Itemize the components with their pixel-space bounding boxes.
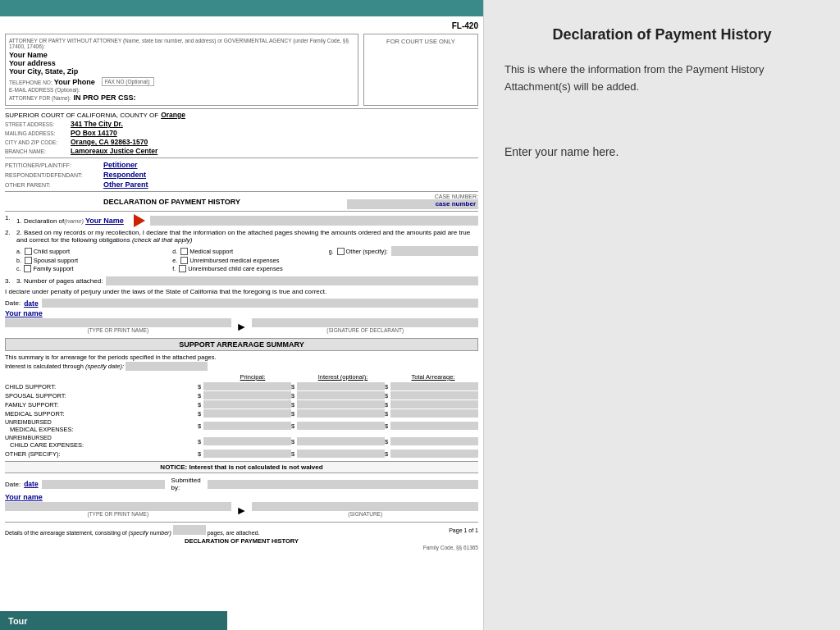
- form-number: FL-420: [452, 21, 478, 30]
- footer-family-code: Family Code, §§ 61365: [5, 545, 478, 550]
- child-total-cell: $: [385, 382, 478, 390]
- summary-row-spousal: SPOUSAL SUPPORT: $ $ $: [5, 391, 478, 399]
- submitted-label: Submitted by:: [171, 477, 201, 491]
- checkbox-d[interactable]: [180, 248, 188, 255]
- mailing-row: MAILING ADDRESS: PO Box 14170: [5, 129, 478, 137]
- unreimb-med-interest-field[interactable]: [297, 422, 385, 430]
- red-arrow-icon: [134, 214, 145, 227]
- medical-principal-field[interactable]: [203, 409, 291, 418]
- checkbox-e[interactable]: [180, 257, 188, 264]
- summary-date-field[interactable]: [42, 480, 165, 489]
- parties-section: PETITIONER/PLAINTIFF: Petitioner RESPOND…: [5, 161, 478, 189]
- date-field[interactable]: [42, 299, 478, 308]
- summary-row-child: CHILD SUPPORT: $ $ $: [5, 382, 478, 390]
- unreimb-cc-total-field[interactable]: [390, 437, 478, 445]
- footer-form-name: DECLARATION OF PAYMENT HISTORY: [5, 537, 478, 545]
- attorney-for-row: ATTORNEY FOR (Name): IN PRO PER CSS:: [9, 94, 354, 102]
- family-principal-field[interactable]: [203, 400, 291, 409]
- court-county: Orange: [161, 111, 185, 119]
- medical-interest-field[interactable]: [297, 409, 385, 418]
- checkbox-g[interactable]: [337, 248, 345, 255]
- unreimb-cc-principal-field[interactable]: [203, 437, 291, 445]
- spousal-interest-field[interactable]: [297, 391, 385, 399]
- declaration-section: 1. 1. Declaration of (name) Your Name 2.…: [5, 214, 478, 333]
- spousal-total-field[interactable]: [390, 391, 478, 399]
- family-total-field[interactable]: [390, 400, 478, 409]
- date-value: date: [24, 299, 38, 308]
- summary-sig-line: [5, 502, 231, 511]
- declaration-item1: 1. 1. Declaration of (name) Your Name: [5, 214, 478, 227]
- other-parent-row: OTHER PARENT: Other Parent: [5, 180, 478, 189]
- checkbox-f[interactable]: [179, 265, 186, 272]
- mailing-label: MAILING ADDRESS:: [5, 130, 71, 136]
- attorney-court-row: ATTORNEY OR PARTY WITHOUT ATTORNEY (Name…: [5, 34, 478, 106]
- summary-row-other: OTHER (specify): $ $ $: [5, 450, 478, 458]
- perjury-text: I declare under penalty of perjury under…: [5, 288, 478, 295]
- item1-prefix: 1. Declaration of: [16, 217, 64, 225]
- respondent-label: RESPONDENT/DEFENDANT:: [5, 172, 103, 178]
- street-value: 341 The City Dr.: [71, 120, 123, 128]
- footer-pages-text: pages, are attached.: [208, 530, 260, 536]
- summary-sig-label: (SIGNATURE): [252, 511, 478, 517]
- footer-section: Details of the arrearage statement, cons…: [5, 522, 478, 550]
- check-b: b. Spousal support: [16, 257, 166, 264]
- info-panel: Declaration of Payment History This is w…: [484, 0, 840, 630]
- summary-row-family: FAMILY SUPPORT: $ $ $: [5, 400, 478, 409]
- branch-row: BRANCH NAME: Lamoreaux Justice Center: [5, 147, 478, 155]
- date-label: Date:: [5, 299, 21, 307]
- col-headers: Principal: Interest (optional): Total Ar…: [5, 373, 478, 381]
- case-number-value: case number: [347, 199, 478, 209]
- interest-date-field[interactable]: [126, 362, 208, 371]
- summary-rows: CHILD SUPPORT: $ $ $ SPOUSAL SUPPORT: $ …: [5, 382, 478, 458]
- spousal-principal-field[interactable]: [203, 391, 291, 399]
- pages-row: 3. 3. Number of pages attached:: [5, 276, 478, 285]
- check-a: a. Child support: [16, 246, 166, 256]
- item1-content: 1. Declaration of (name) Your Name: [16, 214, 478, 227]
- signature-row: Your name (TYPE OR PRINT NAME) ► (SIGNAT…: [5, 309, 478, 333]
- unreimb-med-total-field[interactable]: [390, 422, 478, 430]
- form-header: FL-420: [5, 21, 478, 30]
- form-title: DECLARATION OF PAYMENT HISTORY: [5, 196, 339, 208]
- child-principal-cell: $: [198, 382, 291, 390]
- footer-details-text: Details of the arrearage statement, cons…: [5, 530, 127, 536]
- footer-pages-specify-field[interactable]: [173, 525, 206, 535]
- footer-details: Details of the arrearage statement, cons…: [5, 525, 259, 536]
- item2-content: 2. Based on my records or my recollectio…: [16, 229, 478, 275]
- item1-field[interactable]: [150, 216, 478, 226]
- col-total: Total Arrearage:: [388, 373, 478, 381]
- attorney-address: Your address: [9, 59, 354, 67]
- check-g: g. Other (specify):: [329, 246, 478, 256]
- sig-signature-box: (SIGNATURE OF DECLARANT): [252, 317, 478, 333]
- child-principal-field[interactable]: [203, 382, 291, 390]
- checkbox-c[interactable]: [24, 265, 31, 272]
- checkbox-b[interactable]: [25, 257, 32, 264]
- unreimb-cc-interest-field[interactable]: [297, 437, 385, 445]
- unreimb-med-principal-field[interactable]: [203, 422, 291, 430]
- summary-date-row: Date: date Submitted by:: [5, 477, 478, 491]
- medical-total-field[interactable]: [390, 409, 478, 418]
- summary-date-value: date: [24, 480, 38, 488]
- child-total-field[interactable]: [390, 382, 478, 390]
- checkbox-a[interactable]: [25, 248, 32, 255]
- attorney-city: Your City, State, Zip: [9, 67, 354, 75]
- court-county-row: SUPERIOR COURT OF CALIFORNIA, COUNTY OF …: [5, 111, 478, 119]
- submitted-field[interactable]: [208, 480, 478, 489]
- sig-name-box: Your name (TYPE OR PRINT NAME): [5, 309, 231, 333]
- other-total-field[interactable]: [390, 450, 478, 458]
- tour-bar[interactable]: Tour: [0, 611, 227, 630]
- other-specify-field[interactable]: [391, 246, 478, 256]
- petitioner-row: PETITIONER/PLAINTIFF: Petitioner: [5, 161, 478, 169]
- branch-value: Lamoreaux Justice Center: [71, 147, 158, 155]
- court-section: SUPERIOR COURT OF CALIFORNIA, COUNTY OF …: [5, 108, 478, 158]
- summary-section: SUPPORT ARREARAGE SUMMARY This summary i…: [5, 338, 478, 550]
- summary-sig-name-value: Your name: [5, 493, 231, 501]
- summary-header: SUPPORT ARREARAGE SUMMARY: [5, 338, 478, 351]
- pages-field[interactable]: [106, 276, 478, 285]
- other-principal-field[interactable]: [203, 450, 291, 458]
- city-zip-row: CITY AND ZIP CODE: Orange, CA 92863-1570: [5, 138, 478, 146]
- child-interest-field[interactable]: [297, 382, 385, 390]
- other-interest-field[interactable]: [297, 450, 385, 458]
- family-interest-field[interactable]: [297, 400, 385, 409]
- summary-sig-signature-line: [252, 502, 478, 511]
- summary-arrow-icon: ►: [236, 504, 248, 517]
